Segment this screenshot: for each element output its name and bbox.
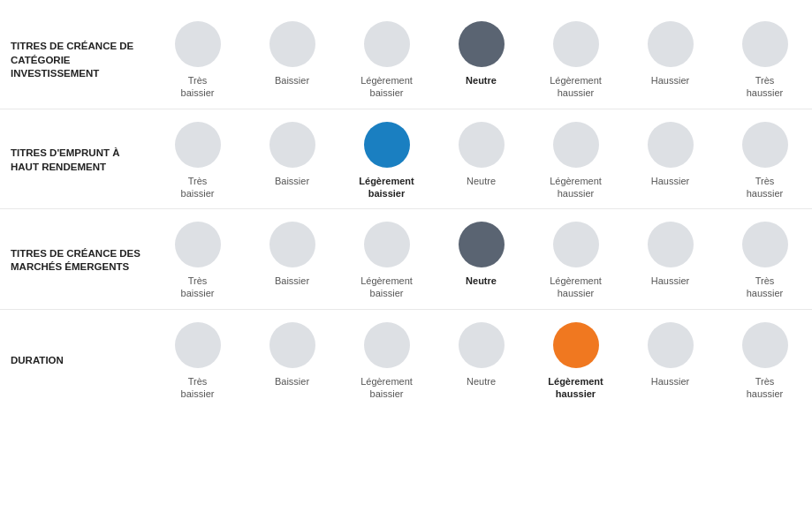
- circle-col-high-yield-5: Haussier: [623, 122, 717, 187]
- circles-area-high-yield: TrèsbaissierBaissierLégèrementbaissierNe…: [150, 122, 812, 200]
- circles-area-emerging-markets: TrèsbaissierBaissierLégèrementbaissierNe…: [150, 222, 812, 300]
- circle-label-investment-grade-4: Légèrementhaussier: [550, 74, 602, 100]
- circle-col-emerging-markets-2: Légèrementbaissier: [339, 222, 434, 300]
- circle-col-high-yield-1: Baissier: [245, 122, 339, 187]
- circle-high-yield-4: [553, 122, 599, 168]
- circle-duration-5: [648, 322, 694, 368]
- circle-label-investment-grade-1: Baissier: [275, 74, 309, 87]
- circle-col-investment-grade-4: Légèrementhaussier: [528, 21, 623, 100]
- circle-label-investment-grade-2: Légèrementbaissier: [360, 74, 413, 100]
- circle-duration-4: [553, 322, 599, 368]
- circle-col-high-yield-0: Trèsbaissier: [150, 122, 245, 200]
- circle-high-yield-6: [742, 122, 788, 168]
- circle-high-yield-2: [364, 122, 410, 168]
- circle-duration-2: [364, 322, 410, 368]
- circle-duration-0: [175, 322, 221, 368]
- circle-label-duration-5: Haussier: [651, 375, 689, 388]
- circle-label-high-yield-4: Légèrementhaussier: [550, 175, 602, 200]
- circle-col-duration-6: Trèshaussier: [717, 322, 812, 401]
- circle-high-yield-1: [269, 122, 315, 168]
- circle-label-high-yield-0: Trèsbaissier: [181, 175, 215, 200]
- circle-investment-grade-1: [269, 21, 315, 67]
- circle-col-investment-grade-6: Trèshaussier: [717, 21, 812, 100]
- circle-investment-grade-2: [364, 21, 410, 67]
- circle-col-high-yield-2: Légèrementbaissier: [339, 122, 434, 200]
- circle-label-emerging-markets-2: Légèrementbaissier: [360, 275, 413, 300]
- circle-col-emerging-markets-3: Neutre: [434, 222, 528, 287]
- circle-duration-6: [742, 322, 788, 368]
- circle-label-high-yield-5: Haussier: [651, 175, 689, 187]
- circle-col-duration-0: Trèsbaissier: [150, 322, 245, 401]
- circle-col-investment-grade-1: Baissier: [245, 21, 339, 87]
- circle-col-emerging-markets-1: Baissier: [245, 222, 339, 287]
- circle-high-yield-3: [459, 122, 505, 168]
- circle-label-high-yield-1: Baissier: [275, 175, 309, 187]
- circle-col-high-yield-6: Trèshaussier: [717, 122, 812, 200]
- circle-investment-grade-0: [175, 21, 221, 67]
- circle-emerging-markets-2: [364, 222, 410, 267]
- circle-label-duration-0: Trèsbaissier: [181, 375, 215, 401]
- circle-emerging-markets-1: [269, 222, 315, 267]
- category-text-emerging-markets: TITRES DE CRÉANCE DES MARCHÉS ÉMERGENTS: [11, 247, 143, 275]
- circle-col-emerging-markets-5: Haussier: [623, 222, 717, 287]
- circle-label-emerging-markets-6: Trèshaussier: [747, 275, 784, 300]
- category-text-duration: DURATION: [11, 354, 64, 368]
- circle-emerging-markets-6: [742, 222, 788, 267]
- circles-area-duration: TrèsbaissierBaissierLégèrementbaissierNe…: [150, 322, 812, 401]
- circle-col-duration-5: Haussier: [623, 322, 717, 388]
- circle-col-investment-grade-3: Neutre: [434, 21, 528, 87]
- circle-label-emerging-markets-3: Neutre: [466, 275, 497, 287]
- circle-col-emerging-markets-6: Trèshaussier: [717, 222, 812, 300]
- row-duration: DURATIONTrèsbaissierBaissierLégèrementba…: [0, 310, 812, 410]
- circle-label-investment-grade-3: Neutre: [466, 74, 497, 87]
- circle-label-emerging-markets-0: Trèsbaissier: [181, 275, 215, 300]
- circle-label-emerging-markets-1: Baissier: [275, 275, 309, 287]
- circle-emerging-markets-3: [459, 222, 505, 267]
- circle-col-duration-3: Neutre: [434, 322, 528, 388]
- category-label-investment-grade: TITRES DE CRÉANCE DE CATÉGORIE INVESTISS…: [0, 21, 150, 100]
- circle-col-high-yield-3: Neutre: [434, 122, 528, 187]
- circle-label-investment-grade-5: Haussier: [651, 74, 689, 87]
- circle-label-duration-1: Baissier: [275, 375, 309, 388]
- main-container: TITRES DE CRÉANCE DE CATÉGORIE INVESTISS…: [0, 0, 812, 418]
- circle-col-duration-1: Baissier: [245, 322, 339, 388]
- category-text-investment-grade: TITRES DE CRÉANCE DE CATÉGORIE INVESTISS…: [11, 40, 143, 81]
- circle-high-yield-0: [175, 122, 221, 168]
- circles-area-investment-grade: TrèsbaissierBaissierLégèrementbaissierNe…: [150, 21, 812, 100]
- circle-investment-grade-6: [742, 21, 788, 67]
- category-label-high-yield: TITRES D'EMPRUNT À HAUT RENDEMENT: [0, 122, 150, 200]
- circle-col-emerging-markets-0: Trèsbaissier: [150, 222, 245, 300]
- circle-label-duration-4: Légèrementhaussier: [548, 375, 603, 401]
- circle-investment-grade-4: [553, 21, 599, 67]
- circle-col-emerging-markets-4: Légèrementhaussier: [528, 222, 623, 300]
- circle-label-investment-grade-6: Trèshaussier: [747, 74, 784, 100]
- circle-label-emerging-markets-4: Légèrementhaussier: [550, 275, 602, 300]
- circle-label-investment-grade-0: Trèsbaissier: [181, 74, 215, 100]
- circle-col-high-yield-4: Légèrementhaussier: [528, 122, 623, 200]
- circle-label-duration-3: Neutre: [467, 375, 496, 388]
- category-text-high-yield: TITRES D'EMPRUNT À HAUT RENDEMENT: [11, 147, 143, 174]
- row-emerging-markets: TITRES DE CRÉANCE DES MARCHÉS ÉMERGENTST…: [0, 209, 812, 310]
- circle-col-investment-grade-5: Haussier: [623, 21, 717, 87]
- circle-label-duration-6: Trèshaussier: [747, 375, 784, 401]
- circle-investment-grade-5: [648, 21, 694, 67]
- row-investment-grade: TITRES DE CRÉANCE DE CATÉGORIE INVESTISS…: [0, 9, 812, 109]
- circle-label-emerging-markets-5: Haussier: [651, 275, 689, 287]
- circle-investment-grade-3: [459, 21, 505, 67]
- circle-col-duration-2: Légèrementbaissier: [339, 322, 434, 401]
- circle-duration-1: [269, 322, 315, 368]
- circle-label-high-yield-3: Neutre: [467, 175, 496, 187]
- circle-label-high-yield-2: Légèrementbaissier: [359, 175, 414, 200]
- circle-label-duration-2: Légèrementbaissier: [360, 375, 413, 401]
- circle-high-yield-5: [648, 122, 694, 168]
- circle-emerging-markets-4: [553, 222, 599, 267]
- circle-col-duration-4: Légèrementhaussier: [528, 322, 623, 401]
- circle-emerging-markets-5: [648, 222, 694, 267]
- circle-col-investment-grade-0: Trèsbaissier: [150, 21, 245, 100]
- circle-col-investment-grade-2: Légèrementbaissier: [339, 21, 434, 100]
- circle-label-high-yield-6: Trèshaussier: [747, 175, 784, 200]
- circle-emerging-markets-0: [175, 222, 221, 267]
- circle-duration-3: [459, 322, 505, 368]
- category-label-emerging-markets: TITRES DE CRÉANCE DES MARCHÉS ÉMERGENTS: [0, 222, 150, 300]
- category-label-duration: DURATION: [0, 322, 150, 401]
